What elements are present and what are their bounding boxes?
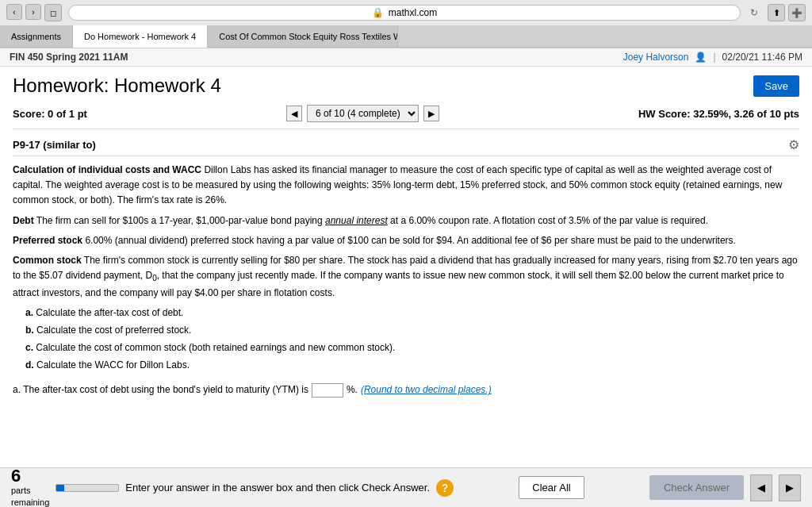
separator: | [713, 52, 715, 63]
back-button[interactable]: ‹ [6, 4, 22, 20]
user-icon: 👤 [695, 52, 707, 63]
save-button[interactable]: Save [753, 75, 799, 97]
tab-assignments[interactable]: Assignments [0, 25, 73, 47]
lock-icon: 🔒 [372, 7, 384, 18]
preferred-label: Preferred stock [13, 235, 82, 246]
tab-chegg[interactable]: Cost Of Common Stock Equity Ross Textile… [208, 25, 398, 47]
tasks-list: a. Calculate the after-tax cost of debt.… [13, 305, 799, 374]
title-row: Homework: Homework 4 Save [13, 75, 799, 97]
homework-title: Homework: Homework 4 [13, 75, 221, 97]
round-hint: (Round to two decimal places.) [361, 382, 492, 398]
page-header: FIN 450 Spring 2021 11AM Joey Halvorson … [0, 48, 812, 67]
intro-paragraph: Calculation of individual costs and WACC… [13, 163, 799, 209]
gear-icon[interactable]: ⚙ [788, 137, 799, 152]
browser-actions: ⬆ ➕ [768, 4, 806, 21]
window-toggle-button[interactable]: ◻ [44, 4, 62, 21]
score-row: Score: 0 of 1 pt ◀ 6 of 10 (4 complete) … [13, 105, 799, 129]
problem-id: P9-17 (similar to) [13, 139, 96, 151]
task-c: c. Calculate the cost of common stock (b… [25, 340, 799, 355]
debt-label: Debt [13, 215, 34, 226]
address-bar[interactable]: 🔒 mathxl.com [68, 5, 741, 21]
common-label: Common stock [13, 255, 82, 266]
score-label: Score: 0 of 1 pt [13, 108, 87, 120]
tab-chegg-label: Cost Of Common Stock Equity Ross Textile… [219, 32, 398, 41]
tabs-bar: Assignments Do Homework - Homework 4 Cos… [0, 25, 812, 48]
intro-bold: Calculation of individual costs and WACC [13, 164, 201, 175]
question-select[interactable]: 6 of 10 (4 complete) [307, 105, 419, 122]
debt-text: The firm can sell for $100s a 17-year, $… [36, 215, 708, 226]
prev-question-button[interactable]: ◀ [286, 106, 302, 121]
nav-buttons: ‹ › ◻ [6, 4, 62, 21]
answer-input[interactable] [312, 383, 343, 398]
hw-score-label: HW Score: 32.59%, 3.26 of 10 pts [638, 108, 799, 120]
forward-button[interactable]: › [25, 4, 41, 20]
percent-sign: %. [347, 382, 358, 398]
score-nav: ◀ 6 of 10 (4 complete) ▶ [286, 105, 439, 122]
question-a-text: a. The after-tax cost of debt using the … [13, 382, 308, 398]
tab-homework4[interactable]: Do Homework - Homework 4 [73, 25, 208, 48]
task-b: b. Calculate the cost of preferred stock… [25, 323, 799, 338]
debt-paragraph: Debt The firm can sell for $100s a 17-ye… [13, 213, 799, 229]
main-content: Homework: Homework 4 Save Score: 0 of 1 … [0, 67, 812, 414]
page-header-right: Joey Halvorson 👤 | 02/20/21 11:46 PM [623, 52, 802, 63]
task-d: d. Calculate the WACC for Dillon Labs. [25, 358, 799, 373]
browser-top-bar: ‹ › ◻ 🔒 mathxl.com ↻ ⬆ ➕ [0, 0, 812, 25]
common-paragraph: Common stock The firm's common stock is … [13, 253, 799, 301]
common-text: The firm's common stock is currently sel… [13, 255, 798, 298]
problem-header: P9-17 (similar to) ⚙ [13, 137, 799, 156]
preferred-paragraph: Preferred stock 6.00% (annual dividend) … [13, 233, 799, 248]
user-name: Joey Halvorson [623, 52, 689, 63]
browser-chrome: ‹ › ◻ 🔒 mathxl.com ↻ ⬆ ➕ Assignments Do … [0, 0, 812, 48]
share-button[interactable]: ⬆ [768, 4, 785, 21]
url-text: mathxl.com [389, 7, 437, 18]
new-tab-button[interactable]: ➕ [788, 4, 806, 21]
problem-text: Calculation of individual costs and WACC… [13, 163, 799, 398]
preferred-text: 6.00% (annual dividend) preferred stock … [85, 235, 736, 246]
course-label: FIN 450 Spring 2021 11AM [10, 52, 128, 63]
tab-assignments-label: Assignments [11, 32, 61, 41]
task-a: a. Calculate the after-tax cost of debt. [25, 305, 799, 321]
tab-homework4-label: Do Homework - Homework 4 [84, 32, 196, 41]
answer-row: a. The after-tax cost of debt using the … [13, 382, 799, 398]
reload-button[interactable]: ↻ [747, 6, 761, 20]
datetime-label: 02/20/21 11:46 PM [722, 52, 802, 63]
next-question-button[interactable]: ▶ [423, 106, 439, 121]
